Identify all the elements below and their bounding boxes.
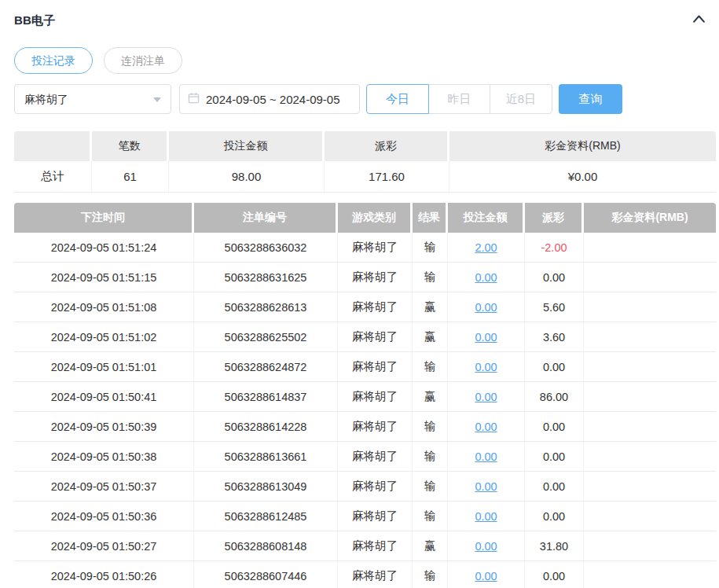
bet-amount-link[interactable]: 0.00 [475, 301, 497, 314]
cell-bet-time: 2024-09-05 01:50:38 [14, 442, 194, 472]
date-range-value: 2024-09-05 ~ 2024-09-05 [206, 93, 340, 106]
cell-bet-time: 2024-09-05 01:50:36 [14, 502, 194, 531]
cell-bet-amount: 0.00 [448, 322, 525, 352]
bet-amount-link[interactable]: 0.00 [475, 450, 497, 463]
cell-bet-time: 2024-09-05 01:50:41 [14, 382, 194, 412]
cell-game-type: 麻将胡了 [338, 352, 413, 382]
cell-order-id: 5063288608148 [194, 531, 338, 561]
yesterday-button[interactable]: 昨日 [428, 84, 490, 114]
panel-header: BB电子 [14, 0, 716, 30]
summary-header-payout: 派彩 [325, 131, 449, 161]
cell-bonus [584, 531, 716, 561]
cell-game-type: 麻将胡了 [338, 292, 413, 322]
cell-bonus [584, 263, 716, 292]
cell-bet-amount: 0.00 [448, 442, 525, 472]
date-range-input[interactable]: 2024-09-05 ~ 2024-09-05 [179, 84, 360, 114]
bet-amount-link[interactable]: 2.00 [475, 241, 497, 254]
cell-result: 输 [413, 472, 448, 502]
cell-result: 赢 [413, 322, 448, 352]
cell-bonus [584, 292, 716, 322]
chevron-down-icon [153, 97, 161, 102]
page-title: BB电子 [14, 13, 55, 28]
last-8-days-button[interactable]: 近8日 [490, 84, 552, 114]
bet-amount-link[interactable]: 0.00 [475, 540, 497, 553]
cell-bonus [584, 322, 716, 352]
cell-result: 输 [413, 502, 448, 531]
records-table: 下注时间 注单编号 游戏类别 结果 投注金额 派彩 彩金资料(RMB) 2024… [14, 203, 716, 588]
cell-order-id: 5063288613661 [194, 442, 338, 472]
col-header-game-type: 游戏类别 [338, 203, 413, 233]
summary-header-bonus: 彩金资料(RMB) [449, 131, 716, 161]
records-grid: 下注时间 注单编号 游戏类别 结果 投注金额 派彩 彩金资料(RMB) 2024… [14, 203, 716, 588]
cell-result: 输 [413, 561, 448, 588]
summary-bonus-value: ¥0.00 [449, 161, 716, 193]
collapse-button[interactable] [690, 11, 708, 30]
tab-bet-records[interactable]: 投注记录 [14, 47, 93, 74]
summary-header-count: 笔数 [92, 131, 169, 161]
cell-payout: 0.00 [525, 442, 584, 472]
game-select[interactable]: 麻将胡了 [14, 84, 171, 114]
summary-total-label: 总计 [14, 161, 92, 193]
col-header-bet-time: 下注时间 [14, 203, 194, 233]
today-button[interactable]: 今日 [366, 84, 429, 114]
bet-amount-link[interactable]: 0.00 [475, 421, 497, 433]
cell-bet-amount: 0.00 [448, 531, 525, 561]
cell-payout: 3.60 [525, 322, 584, 352]
cell-order-id: 5063288628613 [194, 292, 338, 322]
cell-payout: 0.00 [525, 352, 584, 382]
cell-order-id: 5063288624872 [194, 352, 338, 382]
cell-bonus [584, 561, 716, 588]
cell-result: 赢 [413, 292, 448, 322]
cell-payout: 0.00 [525, 502, 584, 531]
summary-payout-value: 171.60 [325, 161, 449, 193]
cell-payout: 0.00 [525, 561, 584, 588]
cell-bet-amount: 0.00 [448, 412, 525, 442]
col-header-order-id: 注单编号 [194, 203, 338, 233]
cell-result: 输 [413, 263, 448, 292]
cell-bonus [584, 442, 716, 472]
cell-game-type: 麻将胡了 [338, 472, 413, 502]
cell-payout: 0.00 [525, 263, 584, 292]
cell-game-type: 麻将胡了 [338, 502, 413, 531]
cell-payout: 31.80 [525, 531, 584, 561]
cell-result: 输 [413, 233, 448, 263]
bet-amount-link[interactable]: 0.00 [475, 510, 497, 523]
cell-payout: 5.60 [525, 292, 584, 322]
filter-bar: 麻将胡了 2024-09-05 ~ 2024-09-05 今日 昨日 近8日 查… [14, 84, 716, 114]
cell-result: 赢 [413, 382, 448, 412]
bet-amount-link[interactable]: 0.00 [475, 271, 497, 284]
cell-bonus [584, 412, 716, 442]
bet-amount-link[interactable]: 0.00 [475, 361, 497, 373]
cell-payout: -2.00 [525, 233, 584, 263]
cell-bonus [584, 472, 716, 502]
col-header-result: 结果 [413, 203, 448, 233]
cell-order-id: 5063288612485 [194, 502, 338, 531]
summary-table: 笔数 投注金额 派彩 彩金资料(RMB) 总计 61 98.00 171.60 … [14, 131, 716, 193]
cell-game-type: 麻将胡了 [338, 442, 413, 472]
cell-bonus [584, 502, 716, 531]
cell-game-type: 麻将胡了 [338, 322, 413, 352]
cell-game-type: 麻将胡了 [338, 561, 413, 588]
cell-bet-amount: 0.00 [448, 472, 525, 502]
cell-bet-amount: 0.00 [448, 382, 525, 412]
tab-cancelled-orders[interactable]: 连消注单 [104, 47, 182, 74]
cell-bet-time: 2024-09-05 01:51:01 [14, 352, 194, 382]
summary-grid: 笔数 投注金额 派彩 彩金资料(RMB) 总计 61 98.00 171.60 … [14, 131, 716, 193]
cell-payout: 86.00 [525, 382, 584, 412]
cell-game-type: 麻将胡了 [338, 233, 413, 263]
chevron-up-icon [691, 13, 706, 28]
bet-amount-link[interactable]: 0.00 [475, 391, 497, 403]
cell-bet-time: 2024-09-05 01:50:27 [14, 531, 194, 561]
cell-bet-amount: 2.00 [448, 233, 525, 263]
bet-amount-link[interactable]: 0.00 [475, 570, 497, 582]
cell-order-id: 5063288613049 [194, 472, 338, 502]
summary-count-value: 61 [92, 161, 169, 193]
search-button[interactable]: 查询 [559, 84, 622, 114]
bet-amount-link[interactable]: 0.00 [475, 480, 497, 493]
cell-bet-time: 2024-09-05 01:51:24 [14, 233, 194, 263]
cell-bet-amount: 0.00 [448, 502, 525, 531]
bet-amount-link[interactable]: 0.00 [475, 331, 497, 344]
quick-range-group: 今日 昨日 近8日 [366, 84, 552, 114]
cell-game-type: 麻将胡了 [338, 382, 413, 412]
cell-bet-amount: 0.00 [448, 292, 525, 322]
